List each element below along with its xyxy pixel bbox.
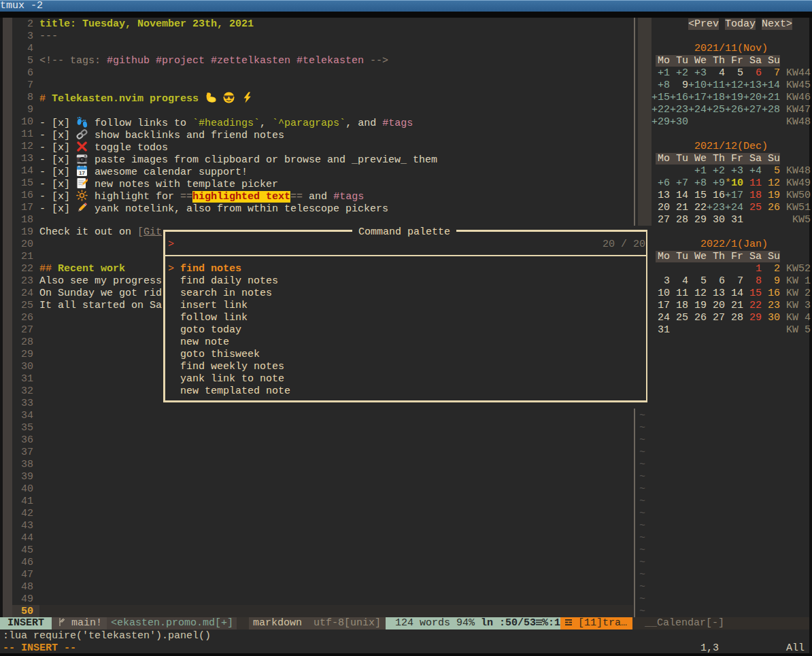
- svg-text:17: 17: [79, 170, 85, 176]
